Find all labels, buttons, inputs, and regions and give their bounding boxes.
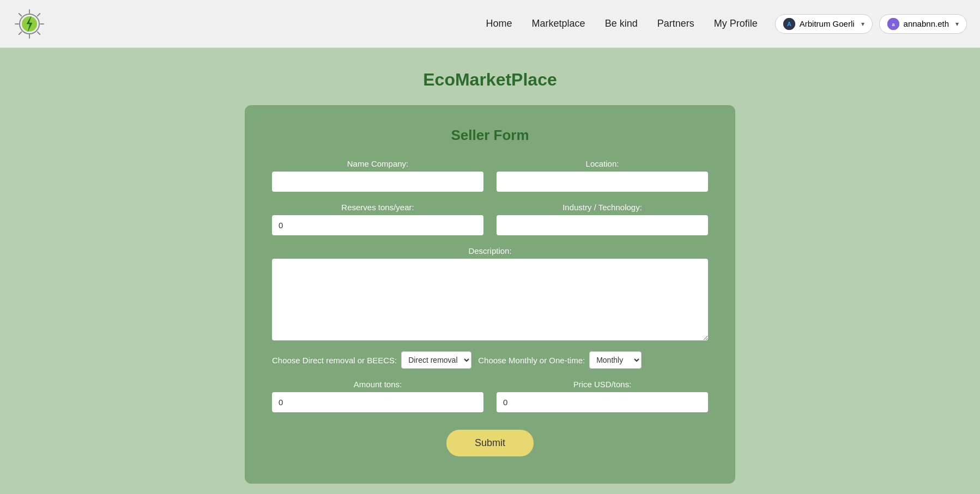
wallet-chevron: ▾ bbox=[955, 20, 959, 28]
removal-select[interactable]: Direct removal BEECS bbox=[401, 351, 471, 369]
wallet-icon: a bbox=[887, 18, 899, 30]
price-input[interactable] bbox=[497, 392, 708, 412]
removal-select-group: Choose Direct removal or BEECS: Direct r… bbox=[272, 351, 471, 369]
nav-partners[interactable]: Partners bbox=[657, 18, 694, 29]
frequency-select[interactable]: Monthly One-time bbox=[589, 351, 642, 369]
form-group-price: Price USD/tons: bbox=[497, 380, 708, 412]
form-group-name-company: Name Company: bbox=[272, 159, 483, 192]
form-group-industry: Industry / Technology: bbox=[497, 203, 708, 235]
frequency-label: Choose Monthly or One-time: bbox=[478, 356, 585, 365]
page-title: EcoMarketPlace bbox=[11, 70, 969, 90]
header: Home Marketplace Be kind Partners My Pro… bbox=[0, 0, 980, 48]
selects-row: Choose Direct removal or BEECS: Direct r… bbox=[272, 351, 708, 369]
form-title: Seller Form bbox=[272, 127, 708, 144]
nav-home[interactable]: Home bbox=[486, 18, 512, 29]
svg-line-7 bbox=[19, 32, 22, 34]
amount-input[interactable] bbox=[272, 392, 483, 412]
description-label: Description: bbox=[272, 246, 708, 255]
network-chevron: ▾ bbox=[861, 20, 864, 28]
form-group-amount: Amount tons: bbox=[272, 380, 483, 412]
logo-icon bbox=[13, 8, 46, 40]
form-row-1: Name Company: Location: bbox=[272, 159, 708, 192]
industry-label: Industry / Technology: bbox=[497, 203, 708, 212]
submit-button[interactable]: Submit bbox=[446, 430, 534, 456]
form-row-2: Reserves tons/year: Industry / Technolog… bbox=[272, 203, 708, 235]
form-group-location: Location: bbox=[497, 159, 708, 192]
form-row-description: Description: bbox=[272, 246, 708, 340]
form-group-reserves: Reserves tons/year: bbox=[272, 203, 483, 235]
wallet-selector[interactable]: a annabnn.eth ▾ bbox=[879, 14, 967, 34]
network-selector[interactable]: A Arbitrum Goerli ▾ bbox=[775, 14, 873, 34]
form-group-description: Description: bbox=[272, 246, 708, 340]
nav-links: Home Marketplace Be kind Partners My Pro… bbox=[486, 18, 758, 29]
frequency-select-group: Choose Monthly or One-time: Monthly One-… bbox=[478, 351, 642, 369]
name-company-input[interactable] bbox=[272, 172, 483, 192]
industry-input[interactable] bbox=[497, 215, 708, 235]
nav-myprofile[interactable]: My Profile bbox=[714, 18, 758, 29]
main-content: EcoMarketPlace Seller Form Name Company:… bbox=[0, 48, 980, 494]
removal-label: Choose Direct removal or BEECS: bbox=[272, 356, 397, 365]
amount-label: Amount tons: bbox=[272, 380, 483, 389]
form-card: Seller Form Name Company: Location: Rese… bbox=[245, 105, 735, 484]
nav-bekind[interactable]: Be kind bbox=[605, 18, 638, 29]
nav-marketplace[interactable]: Marketplace bbox=[532, 18, 585, 29]
arbitrum-icon: A bbox=[783, 18, 795, 30]
svg-line-5 bbox=[38, 32, 40, 34]
price-label: Price USD/tons: bbox=[497, 380, 708, 389]
reserves-input[interactable] bbox=[272, 215, 483, 235]
logo-container bbox=[13, 8, 46, 40]
header-right: A Arbitrum Goerli ▾ a annabnn.eth ▾ bbox=[775, 14, 967, 34]
svg-text:A: A bbox=[787, 21, 791, 27]
submit-container: Submit bbox=[272, 430, 708, 456]
location-label: Location: bbox=[497, 159, 708, 168]
wallet-name: annabnn.eth bbox=[904, 19, 949, 28]
location-input[interactable] bbox=[497, 172, 708, 192]
network-name: Arbitrum Goerli bbox=[800, 19, 855, 28]
svg-line-6 bbox=[38, 13, 40, 16]
description-textarea[interactable] bbox=[272, 259, 708, 340]
name-company-label: Name Company: bbox=[272, 159, 483, 168]
svg-line-4 bbox=[19, 13, 22, 16]
reserves-label: Reserves tons/year: bbox=[272, 203, 483, 212]
form-row-amount-price: Amount tons: Price USD/tons: bbox=[272, 380, 708, 412]
